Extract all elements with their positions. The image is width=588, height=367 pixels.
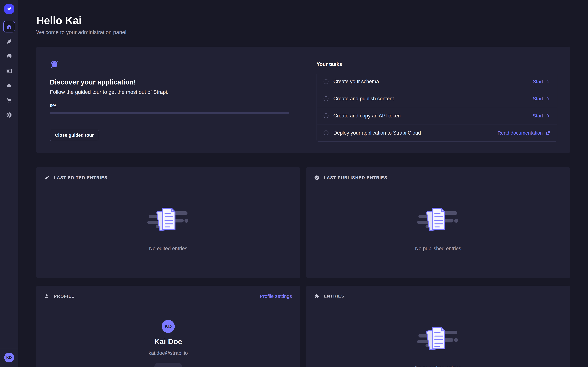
empty-state-text: No published entries <box>415 365 461 367</box>
task-action-label: Read documentation <box>498 130 543 136</box>
empty-documents-illustration <box>147 206 189 236</box>
empty-state: No published entries <box>306 206 570 251</box>
sidebar-item-cloud[interactable] <box>6 83 12 89</box>
page-title: Hello Kai <box>36 14 570 27</box>
card-title: LAST PUBLISHED ENTRIES <box>324 175 388 180</box>
empty-documents-illustration <box>417 206 459 236</box>
task-label: Deploy your application to Strapi Cloud <box>333 130 421 136</box>
chevron-right-icon <box>546 114 550 118</box>
sidebar-footer-divider <box>0 349 18 349</box>
profile-settings-link[interactable]: Profile settings <box>260 293 292 299</box>
page-header: Hello Kai Welcome to your administration… <box>36 14 570 36</box>
sidebar-item-marketplace[interactable] <box>6 97 12 103</box>
task-label: Create your schema <box>333 79 379 84</box>
sidebar-item-home[interactable] <box>3 21 15 33</box>
waving-hand-icon <box>50 60 59 69</box>
task-row-publish-content[interactable]: Create and publish content Start <box>317 90 557 107</box>
pencil-icon <box>44 175 49 180</box>
task-start-link[interactable]: Start <box>533 79 550 84</box>
task-row-api-token[interactable]: Create and copy an API token Start <box>317 107 557 124</box>
chevron-right-icon <box>546 79 550 84</box>
task-row-deploy-cloud[interactable]: Deploy your application to Strapi Cloud … <box>317 124 557 142</box>
page-subtitle: Welcome to your administration panel <box>36 29 570 36</box>
home-icon <box>6 24 12 30</box>
tasks-list: Create your schema Start Create and publ… <box>317 73 557 142</box>
task-start-link[interactable]: Start <box>533 113 550 119</box>
close-guided-tour-button[interactable]: Close guided tour <box>50 130 99 141</box>
task-status-circle-icon <box>324 96 329 101</box>
puzzle-icon <box>314 294 319 299</box>
sidebar-item-media-library[interactable] <box>6 53 12 59</box>
settings-gear-icon <box>6 112 12 118</box>
task-status-circle-icon <box>324 113 329 118</box>
task-status-circle-icon <box>324 131 329 135</box>
external-link-icon <box>546 131 550 135</box>
task-status-circle-icon <box>324 79 329 84</box>
role-badge <box>154 363 182 367</box>
empty-state-text: No published entries <box>415 246 461 251</box>
tour-progress-bar <box>50 112 289 114</box>
last-published-entries-card: LAST PUBLISHED ENTRIES <box>306 167 570 278</box>
media-library-icon <box>6 53 12 59</box>
tour-progress-label: 0% <box>50 103 289 108</box>
read-documentation-link[interactable]: Read documentation <box>498 130 550 136</box>
profile-card: PROFILE Profile settings KD Kai Doe kai.… <box>36 286 300 367</box>
sidebar-nav <box>6 39 12 118</box>
card-header: PROFILE Profile settings <box>36 286 300 299</box>
sidebar-divider <box>0 18 18 18</box>
card-header: LAST EDITED ENTRIES <box>36 167 300 180</box>
content-manager-feather-icon <box>6 39 12 44</box>
empty-state-text: No edited entries <box>149 246 187 251</box>
tour-title: Discover your application! <box>50 78 289 86</box>
card-title: ENTRIES <box>324 294 345 299</box>
card-title: PROFILE <box>54 294 75 299</box>
task-label: Create and publish content <box>333 96 394 102</box>
marketplace-cart-icon <box>6 97 12 103</box>
strapi-logo-glyph <box>6 6 12 12</box>
card-header: LAST PUBLISHED ENTRIES <box>306 167 570 180</box>
profile-body: KD Kai Doe kai.doe@strapi.io <box>36 320 300 367</box>
card-header: ENTRIES <box>306 286 570 299</box>
guided-tour-panel: Discover your application! Follow the gu… <box>36 47 303 153</box>
entries-card: ENTRIES <box>306 286 570 367</box>
sidebar-item-content-type-builder[interactable] <box>6 68 12 74</box>
tasks-panel: Your tasks Create your schema Start Crea… <box>303 47 570 153</box>
content-type-builder-icon <box>6 68 12 74</box>
widgets-row-2: PROFILE Profile settings KD Kai Doe kai.… <box>36 286 570 367</box>
profile-avatar: KD <box>162 320 175 333</box>
task-action-label: Start <box>533 96 543 101</box>
widgets-row-1: LAST EDITED ENTRIES <box>36 167 570 278</box>
check-circle-icon <box>314 175 319 180</box>
guided-tour-card: Discover your application! Follow the gu… <box>36 47 570 153</box>
sidebar-footer: KD <box>0 349 18 367</box>
task-action-label: Start <box>533 113 543 119</box>
empty-documents-illustration <box>417 325 459 355</box>
empty-state: No published entries <box>306 325 570 367</box>
card-title: LAST EDITED ENTRIES <box>54 175 107 180</box>
task-start-link[interactable]: Start <box>533 96 550 101</box>
sidebar-item-settings[interactable] <box>6 112 12 118</box>
tasks-title: Your tasks <box>317 61 557 67</box>
sidebar-item-content-manager[interactable] <box>6 39 12 44</box>
sidebar: KD <box>0 0 18 367</box>
task-action-label: Start <box>533 79 543 84</box>
cloud-icon <box>6 83 12 89</box>
tour-subtitle: Follow the guided tour to get the most o… <box>50 89 289 95</box>
profile-name: Kai Doe <box>154 337 182 346</box>
last-edited-entries-card: LAST EDITED ENTRIES <box>36 167 300 278</box>
task-row-create-schema[interactable]: Create your schema Start <box>317 73 557 90</box>
empty-state: No edited entries <box>36 206 300 251</box>
user-icon <box>44 294 49 299</box>
strapi-logo[interactable] <box>4 4 14 14</box>
main-content: Hello Kai Welcome to your administration… <box>18 0 588 367</box>
chevron-right-icon <box>546 97 550 101</box>
user-avatar[interactable]: KD <box>4 353 14 362</box>
task-label: Create and copy an API token <box>333 113 401 119</box>
profile-email: kai.doe@strapi.io <box>149 350 188 356</box>
